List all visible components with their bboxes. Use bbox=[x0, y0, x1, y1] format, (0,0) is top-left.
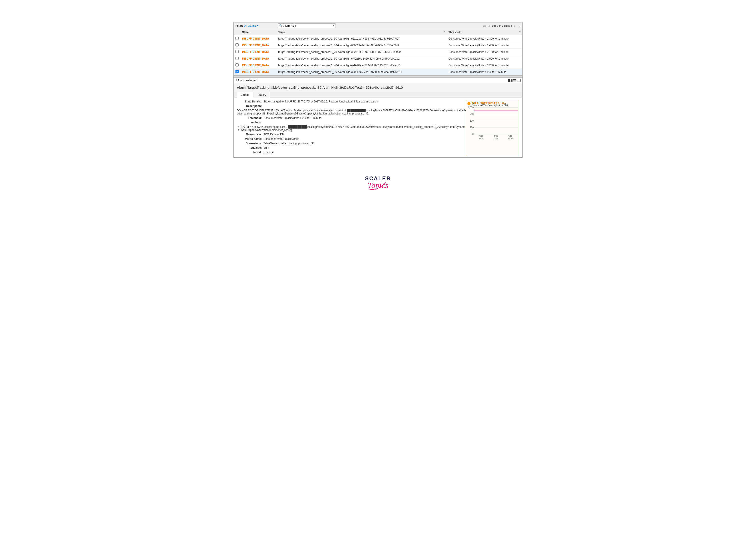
col-state[interactable]: State▾ bbox=[240, 29, 276, 35]
filter-label: Filter: bbox=[235, 24, 243, 27]
table-row[interactable]: INSUFFICIENT_DATATargetTracking-table/be… bbox=[234, 62, 522, 69]
col-threshold[interactable]: Threshold▾ bbox=[447, 29, 522, 35]
row-threshold: ConsumedWriteCapacityUnits > 1,200 for 1… bbox=[447, 62, 522, 69]
row-checkbox[interactable] bbox=[235, 57, 239, 60]
row-threshold: ConsumedWriteCapacityUnits > 2,400 for 1… bbox=[447, 42, 522, 49]
dk-description: Description: bbox=[237, 105, 263, 108]
state-badge: INSUFFICIENT_DATA bbox=[242, 50, 269, 54]
filter-value: All alarms bbox=[244, 24, 256, 27]
dk-actions: Actions: bbox=[237, 121, 263, 124]
dv-state-details: State changed to INSUFFICIENT DATA at 20… bbox=[263, 100, 466, 103]
dk-period: Period: bbox=[237, 151, 263, 154]
clear-search-icon[interactable]: ✕ bbox=[332, 24, 334, 27]
dk-namespace: Namespace: bbox=[237, 133, 263, 136]
dk-dimensions: Dimensions: bbox=[237, 142, 263, 145]
chart-ytick: 500 bbox=[467, 120, 474, 122]
chevron-down-icon: ▼ bbox=[257, 25, 259, 27]
state-badge: INSUFFICIENT_DATA bbox=[242, 44, 269, 47]
actions-prefix: In ALARM: • bbox=[237, 125, 252, 129]
dk-statistic: Statistic: bbox=[237, 146, 263, 149]
row-name: TargetTracking-table/better_scaling_prop… bbox=[276, 69, 447, 75]
alarm-chart: TargetTracking-table/better_sc... Consum… bbox=[466, 100, 519, 155]
row-checkbox[interactable] bbox=[235, 70, 239, 73]
details-pane: State Details:State changed to INSUFFICI… bbox=[234, 98, 522, 157]
row-name: TargetTracking-table/better_scaling_prop… bbox=[276, 42, 447, 49]
row-checkbox[interactable] bbox=[235, 63, 239, 66]
dv-period: 1 minute bbox=[263, 151, 466, 154]
sort-icon: ▾ bbox=[249, 31, 251, 34]
layout-full-icon[interactable] bbox=[517, 79, 521, 82]
scaler-logo: SCALER Topics bbox=[233, 175, 523, 192]
row-threshold: ConsumedWriteCapacityUnits > 2,100 for 1… bbox=[447, 49, 522, 55]
alarms-table: State▾ Name▾ Threshold▾ INSUFFICIENT_DAT… bbox=[234, 29, 522, 75]
sort-icon: ▾ bbox=[519, 31, 521, 33]
search-input[interactable] bbox=[278, 23, 336, 28]
alarm-title-prefix: Alarm: bbox=[237, 86, 247, 89]
pager-text: 1 to 6 of 6 alarms bbox=[492, 24, 512, 27]
tab-history[interactable]: History bbox=[254, 92, 270, 98]
chart-ytick: 1,000 bbox=[467, 106, 474, 109]
row-checkbox[interactable] bbox=[235, 37, 239, 40]
state-badge: INSUFFICIENT_DATA bbox=[242, 37, 269, 40]
tab-details[interactable]: Details bbox=[237, 92, 253, 98]
toolbar: Filter: All alarms ▼ 🔍 ✕ ⏮ ◀ 1 to 6 of 6… bbox=[234, 22, 522, 29]
dk-metric-name: Metric Name: bbox=[237, 137, 263, 141]
chart-threshold-line bbox=[474, 110, 518, 111]
table-row[interactable]: INSUFFICIENT_DATATargetTracking-table/be… bbox=[234, 35, 522, 42]
row-threshold: ConsumedWriteCapacityUnits > 1,500 for 1… bbox=[447, 55, 522, 62]
alarm-title-name: TargetTracking-table/better_scaling_prop… bbox=[247, 86, 403, 89]
dv-metric-name: ConsumedWriteCapacityUnits bbox=[263, 137, 466, 141]
selection-count: 1 Alarm selected bbox=[235, 79, 257, 82]
col-name[interactable]: Name▾ bbox=[276, 29, 447, 35]
table-row[interactable]: INSUFFICIENT_DATATargetTracking-table/be… bbox=[234, 42, 522, 49]
chart-subtitle: ConsumedWriteCapacityUnits > 900 bbox=[472, 104, 508, 107]
last-page-icon[interactable]: ⏭ bbox=[518, 24, 521, 28]
layout-split-icon[interactable] bbox=[508, 79, 512, 82]
state-badge: INSUFFICIENT_DATA bbox=[242, 71, 269, 74]
row-threshold: ConsumedWriteCapacityUnits > 1,800 for 1… bbox=[447, 35, 522, 42]
dv-statistic: Sum bbox=[263, 146, 466, 149]
chart-xtick: 7/2913:00 bbox=[508, 135, 513, 140]
filter-dropdown[interactable]: All alarms ▼ bbox=[244, 24, 259, 27]
state-badge: INSUFFICIENT_DATA bbox=[242, 57, 269, 60]
col-checkbox bbox=[234, 29, 240, 35]
split-handle[interactable]: ···· bbox=[234, 75, 522, 78]
state-badge: INSUFFICIENT_DATA bbox=[242, 64, 269, 67]
dv-threshold: ConsumedWriteCapacityUnits > 900 for 1 m… bbox=[263, 117, 466, 120]
row-name: TargetTracking-table/better_scaling_prop… bbox=[276, 49, 447, 55]
selection-bar: 1 Alarm selected bbox=[234, 78, 522, 83]
sort-icon: ▾ bbox=[444, 31, 445, 33]
chart-xtick: 7/2912:00 bbox=[493, 135, 499, 140]
row-threshold: ConsumedWriteCapacityUnits > 900 for 1 m… bbox=[447, 69, 522, 75]
alarm-title: Alarm:TargetTracking-table/better_scalin… bbox=[234, 83, 522, 92]
row-checkbox[interactable] bbox=[235, 50, 239, 53]
chart-title: TargetTracking-table/better_sc... bbox=[472, 102, 508, 104]
table-row[interactable]: INSUFFICIENT_DATATargetTracking-table/be… bbox=[234, 69, 522, 75]
chart-xtick: 7/2911:00 bbox=[479, 135, 484, 140]
chart-ytick: 0 bbox=[467, 133, 474, 135]
table-row[interactable]: INSUFFICIENT_DATATargetTracking-table/be… bbox=[234, 49, 522, 55]
dk-state-details: State Details: bbox=[237, 100, 263, 103]
dk-threshold: Threshold: bbox=[237, 117, 263, 120]
dv-actions: arn:aws:autoscaling:us-east-1:██████████… bbox=[237, 125, 465, 132]
dv-dimensions: TableName = better_scaling_proposal1_30 bbox=[263, 142, 466, 145]
layout-stack-icon[interactable] bbox=[513, 79, 516, 82]
tabs: Details History bbox=[234, 92, 522, 98]
next-page-icon[interactable]: ▶ bbox=[514, 24, 516, 28]
chart-ytick: 250 bbox=[467, 126, 474, 129]
first-page-icon[interactable]: ⏮ bbox=[483, 24, 486, 28]
prev-page-icon[interactable]: ◀ bbox=[488, 24, 490, 28]
table-row[interactable]: INSUFFICIENT_DATATargetTracking-table/be… bbox=[234, 55, 522, 62]
row-checkbox[interactable] bbox=[235, 43, 239, 46]
row-name: TargetTracking-table/better_scaling_prop… bbox=[276, 62, 447, 69]
dv-description: DO NOT EDIT OR DELETE. For TargetTrackin… bbox=[237, 109, 466, 115]
logo-bottom: Topics bbox=[365, 180, 391, 191]
alarm-status-icon bbox=[467, 102, 470, 105]
dv-namespace: AWS/DynamoDB bbox=[263, 133, 466, 136]
row-name: TargetTracking-table/better_scaling_prop… bbox=[276, 55, 447, 62]
search-icon: 🔍 bbox=[279, 24, 283, 27]
chart-ytick: 750 bbox=[467, 113, 474, 115]
row-name: TargetTracking-table/better_scaling_prop… bbox=[276, 35, 447, 42]
